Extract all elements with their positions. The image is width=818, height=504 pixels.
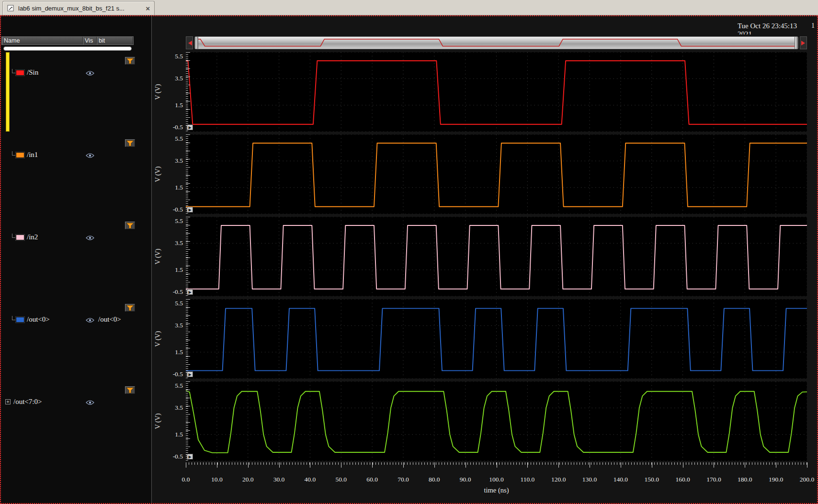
- column-header-vis[interactable]: Vis: [83, 37, 97, 45]
- x-major-tick: [745, 462, 745, 468]
- x-tick-label: 0.0: [182, 476, 190, 483]
- filter-funnel-button[interactable]: [125, 57, 135, 65]
- x-axis-title: time (ns): [186, 486, 807, 494]
- signal-color-swatch[interactable]: [16, 70, 24, 76]
- tab-title: lab6 sim_demux_mux_8bit_bs_f21 s...: [18, 5, 142, 12]
- filter-funnel-button[interactable]: [125, 304, 135, 312]
- signal-row[interactable]: /Sin: [1, 67, 152, 78]
- tab-bar: lab6 sim_demux_mux_8bit_bs_f21 s... ×: [0, 0, 818, 15]
- visibility-eye-icon[interactable]: [86, 399, 94, 405]
- overview-scrollbar[interactable]: [186, 36, 807, 49]
- signal-panel: Name Vis bit /Sin/in1/in2/out<0>/out<0>+…: [1, 16, 152, 503]
- waveform-strip: V (V)5.53.51.5-0.5▶: [152, 52, 817, 134]
- y-tick-label: 1.5: [175, 348, 183, 356]
- strip-selection-indicator: [6, 52, 10, 132]
- x-major-tick: [621, 462, 621, 468]
- y-axis: V (V)5.53.51.5-0.5: [152, 299, 186, 379]
- waveform-strip: V (V)5.53.51.5-0.5▶: [152, 299, 817, 381]
- scroll-left-button[interactable]: [186, 36, 193, 49]
- waveform-strip: V (V)5.53.51.5-0.5▶: [152, 381, 817, 464]
- x-tick-label: 40.0: [305, 476, 316, 483]
- panel-column-headers: Name Vis bit: [1, 36, 134, 45]
- plot-area[interactable]: ▶: [186, 381, 807, 461]
- expander-plus-icon[interactable]: +: [5, 399, 11, 404]
- y-axis-label: V (V): [154, 134, 162, 214]
- waveform-canvas: [186, 381, 807, 461]
- filter-funnel-button[interactable]: [125, 222, 135, 229]
- left-arrow-icon: [186, 41, 192, 45]
- waveform-window: Transient Response Tue Oct 26 23:45:13 2…: [0, 15, 818, 504]
- signal-row[interactable]: /in1: [1, 150, 152, 160]
- filter-funnel-button[interactable]: [125, 386, 135, 394]
- visibility-eye-icon[interactable]: [86, 235, 94, 240]
- x-tick-label: 60.0: [366, 476, 378, 483]
- y-major-tick-ruler: [186, 134, 190, 214]
- plot-area[interactable]: ▶: [186, 217, 807, 296]
- x-tick-label: 170.0: [706, 476, 721, 483]
- plot-area[interactable]: ▶: [186, 52, 807, 132]
- visibility-eye-icon[interactable]: [86, 152, 94, 158]
- strip-marker-button[interactable]: ▶: [187, 207, 193, 213]
- x-major-tick: [683, 462, 683, 468]
- y-tick-label: 1.5: [175, 431, 183, 438]
- signal-row[interactable]: +/out<7:0>: [1, 397, 152, 407]
- signal-row[interactable]: /out<0>/out<0>: [1, 314, 152, 325]
- document-pencil-icon: [7, 5, 14, 12]
- x-major-tick: [217, 462, 217, 468]
- funnel-icon: [126, 140, 134, 146]
- x-major-tick: [372, 462, 373, 468]
- zoom-grip-right[interactable]: [795, 37, 798, 49]
- plot-area[interactable]: ▶: [186, 299, 807, 379]
- visibility-eye-icon[interactable]: [86, 317, 94, 323]
- signal-color-swatch[interactable]: [16, 317, 24, 323]
- signal-color-swatch[interactable]: [16, 152, 24, 158]
- plot-area[interactable]: ▶: [186, 134, 807, 214]
- y-axis-label: V (V): [154, 52, 162, 132]
- signal-name: /Sin: [27, 68, 38, 77]
- column-header-bit[interactable]: bit: [97, 37, 133, 45]
- waveform-canvas: [186, 299, 807, 379]
- tab-close-icon[interactable]: ×: [146, 5, 150, 12]
- column-header-name[interactable]: Name: [2, 37, 83, 45]
- y-tick-label: -0.5: [173, 206, 183, 213]
- y-major-tick-ruler: [186, 299, 190, 379]
- strip-marker-button[interactable]: ▶: [187, 289, 193, 295]
- x-tick-label: 180.0: [738, 476, 752, 483]
- y-axis: V (V)5.53.51.5-0.5: [152, 52, 186, 132]
- x-tick-label: 130.0: [582, 476, 597, 483]
- y-axis: V (V)5.53.51.5-0.5: [152, 134, 186, 214]
- x-major-tick: [527, 462, 528, 468]
- y-tick-label: 1.5: [175, 184, 183, 191]
- y-tick-label: 5.5: [175, 217, 183, 225]
- x-major-tick: [341, 462, 341, 468]
- strip-marker-button[interactable]: ▶: [187, 124, 193, 130]
- signal-filter-input[interactable]: [3, 46, 132, 51]
- x-tick-label: 20.0: [242, 476, 254, 483]
- visibility-eye-icon[interactable]: [86, 70, 94, 76]
- x-tick-label: 100.0: [489, 476, 503, 483]
- tree-connector-line: [12, 316, 15, 320]
- signal-color-swatch[interactable]: [16, 235, 24, 240]
- y-tick-label: 1.5: [175, 101, 183, 109]
- strip-marker-button[interactable]: ▶: [187, 454, 193, 459]
- y-axis: V (V)5.53.51.5-0.5: [152, 381, 186, 461]
- signal-name: /out<0>: [27, 315, 50, 324]
- x-major-tick: [652, 462, 652, 468]
- x-major-tick: [434, 462, 435, 468]
- x-major-tick: [558, 462, 559, 468]
- y-tick-label: 3.5: [175, 404, 183, 412]
- strip-marker-button[interactable]: ▶: [187, 371, 193, 377]
- funnel-icon: [126, 387, 134, 393]
- x-tick-label: 70.0: [398, 476, 409, 483]
- waveform-strip: V (V)5.53.51.5-0.5▶: [152, 217, 817, 299]
- filter-funnel-button[interactable]: [125, 139, 135, 147]
- window-tab[interactable]: lab6 sim_demux_mux_8bit_bs_f21 s... ×: [2, 1, 155, 15]
- x-major-tick: [807, 462, 807, 468]
- signal-row[interactable]: /in2: [1, 232, 152, 243]
- y-tick-label: -0.5: [173, 288, 183, 296]
- tree-connector-line: [12, 69, 15, 73]
- y-tick-label: 3.5: [175, 75, 183, 82]
- scroll-right-button[interactable]: [800, 36, 807, 49]
- overview-track[interactable]: [194, 36, 798, 49]
- zoom-grip-left[interactable]: [195, 37, 198, 49]
